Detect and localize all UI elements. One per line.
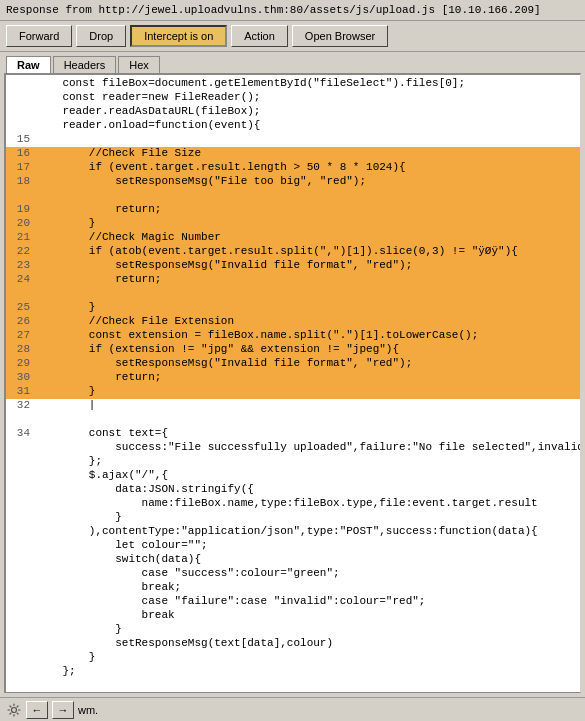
line-text: const reader=new FileReader();	[36, 91, 580, 103]
line-text: return;	[36, 273, 580, 285]
table-row: 34 const text={	[6, 427, 580, 441]
line-text: setResponseMsg("File too big", "red");	[36, 175, 580, 187]
back-button[interactable]: ←	[26, 701, 48, 719]
line-text: };	[36, 455, 580, 467]
line-text: if (extension != "jpg" && extension != "…	[36, 343, 580, 355]
action-button[interactable]: Action	[231, 25, 288, 47]
table-row: 21 //Check Magic Number	[6, 231, 580, 245]
table-row: };	[6, 665, 580, 679]
intercept-button[interactable]: Intercept is on	[130, 25, 227, 47]
svg-point-0	[12, 707, 17, 712]
table-row	[6, 413, 580, 427]
tab-raw[interactable]: Raw	[6, 56, 51, 73]
line-text: return;	[36, 371, 580, 383]
line-text: }	[36, 623, 580, 635]
title-bar: Response from http://jewel.uploadvulns.t…	[0, 0, 585, 21]
line-text: //Check Magic Number	[36, 231, 580, 243]
line-number: 27	[6, 329, 36, 341]
line-text: }	[36, 651, 580, 663]
line-number: 23	[6, 259, 36, 271]
line-number: 34	[6, 427, 36, 439]
table-row: break;	[6, 581, 580, 595]
line-number: 28	[6, 343, 36, 355]
line-number: 25	[6, 301, 36, 313]
line-text: //Check File Extension	[36, 315, 580, 327]
line-text: return;	[36, 203, 580, 215]
line-text: if (atob(event.target.result.split(",")[…	[36, 245, 580, 257]
line-text: case "success":colour="green";	[36, 567, 580, 579]
line-number: 18	[6, 175, 36, 187]
table-row: 16 //Check File Size	[6, 147, 580, 161]
code-content: const fileBox=document.getElementById("f…	[6, 75, 580, 681]
table-row: switch(data){	[6, 553, 580, 567]
toolbar: Forward Drop Intercept is on Action Open…	[0, 21, 585, 52]
table-row: 23 setResponseMsg("Invalid file format",…	[6, 259, 580, 273]
tab-headers[interactable]: Headers	[53, 56, 117, 73]
table-row: reader.readAsDataURL(fileBox);	[6, 105, 580, 119]
line-text: switch(data){	[36, 553, 580, 565]
line-text: success:"File successfully uploaded",fai…	[36, 441, 581, 453]
table-row: 31 }	[6, 385, 580, 399]
open-browser-button[interactable]: Open Browser	[292, 25, 388, 47]
line-text: ),contentType:"application/json",type:"P…	[36, 525, 580, 537]
table-row	[6, 287, 580, 301]
line-text: |	[36, 399, 580, 411]
line-text: const extension = fileBox.name.split("."…	[36, 329, 580, 341]
table-row: ),contentType:"application/json",type:"P…	[6, 525, 580, 539]
line-text: let colour="";	[36, 539, 580, 551]
status-text: wm.	[78, 704, 98, 716]
table-row: success:"File successfully uploaded",fai…	[6, 441, 580, 455]
line-text: }	[36, 511, 580, 523]
line-text: data:JSON.stringify({	[36, 483, 580, 495]
table-row: }	[6, 511, 580, 525]
line-number: 24	[6, 273, 36, 285]
table-row: 17 if (event.target.result.length > 50 *…	[6, 161, 580, 175]
drop-button[interactable]: Drop	[76, 25, 126, 47]
line-text: setResponseMsg("Invalid file format", "r…	[36, 357, 580, 369]
line-number: 30	[6, 371, 36, 383]
table-row: const reader=new FileReader();	[6, 91, 580, 105]
table-row: 20 }	[6, 217, 580, 231]
line-text: reader.onload=function(event){	[36, 119, 580, 131]
line-number: 20	[6, 217, 36, 229]
line-number: 19	[6, 203, 36, 215]
settings-icon[interactable]	[6, 702, 22, 718]
table-row: };	[6, 455, 580, 469]
table-row: 32 |	[6, 399, 580, 413]
table-row: 15	[6, 133, 580, 147]
line-text: setResponseMsg("Invalid file format", "r…	[36, 259, 580, 271]
forward-nav-button[interactable]: →	[52, 701, 74, 719]
table-row: 25 }	[6, 301, 580, 315]
table-row: 28 if (extension != "jpg" && extension !…	[6, 343, 580, 357]
line-text: //Check File Size	[36, 147, 580, 159]
table-row: name:fileBox.name,type:fileBox.type,file…	[6, 497, 580, 511]
code-area[interactable]: const fileBox=document.getElementById("f…	[4, 73, 581, 693]
table-row: 26 //Check File Extension	[6, 315, 580, 329]
table-row: 30 return;	[6, 371, 580, 385]
table-row: 24 return;	[6, 273, 580, 287]
line-text: $.ajax("/",{	[36, 469, 580, 481]
line-text: if (event.target.result.length > 50 * 8 …	[36, 161, 580, 173]
table-row: reader.onload=function(event){	[6, 119, 580, 133]
line-number: 15	[6, 133, 36, 145]
table-row: const fileBox=document.getElementById("f…	[6, 77, 580, 91]
table-row: 27 const extension = fileBox.name.split(…	[6, 329, 580, 343]
title-text: Response from http://jewel.uploadvulns.t…	[6, 4, 541, 16]
forward-button[interactable]: Forward	[6, 25, 72, 47]
table-row: 18 setResponseMsg("File too big", "red")…	[6, 175, 580, 189]
table-row: $.ajax("/",{	[6, 469, 580, 483]
table-row: 22 if (atob(event.target.result.split(",…	[6, 245, 580, 259]
line-number: 29	[6, 357, 36, 369]
line-text: }	[36, 217, 580, 229]
line-text: break;	[36, 581, 580, 593]
tab-hex[interactable]: Hex	[118, 56, 160, 73]
table-row: 19 return;	[6, 203, 580, 217]
table-row: 29 setResponseMsg("Invalid file format",…	[6, 357, 580, 371]
status-bar: ← → wm.	[0, 697, 585, 721]
line-number: 17	[6, 161, 36, 173]
table-row: case "failure":case "invalid":colour="re…	[6, 595, 580, 609]
table-row: case "success":colour="green";	[6, 567, 580, 581]
line-text: }	[36, 301, 580, 313]
line-number: 26	[6, 315, 36, 327]
line-text: const fileBox=document.getElementById("f…	[36, 77, 580, 89]
